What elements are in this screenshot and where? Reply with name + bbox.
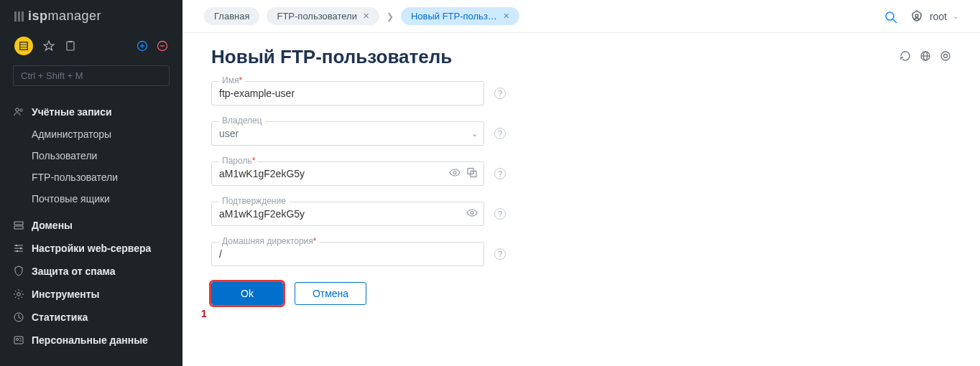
help-icon[interactable]: ? <box>494 128 506 139</box>
sidebar-section-accounts[interactable]: Учётные записи <box>0 100 182 123</box>
svg-marker-3 <box>44 41 54 50</box>
svg-point-12 <box>20 109 22 111</box>
user-name: root <box>930 11 947 22</box>
svg-rect-4 <box>67 42 74 50</box>
life-ring-icon[interactable] <box>940 50 951 64</box>
logo[interactable]: ispmanager <box>0 0 182 29</box>
svg-point-11 <box>16 108 19 112</box>
star-icon[interactable] <box>43 40 55 52</box>
close-icon[interactable]: ✕ <box>503 11 509 21</box>
minus-icon[interactable] <box>157 40 168 52</box>
chevron-down-icon[interactable]: ⌄ <box>471 129 478 139</box>
svg-point-35 <box>453 172 456 174</box>
password-input[interactable] <box>219 168 476 179</box>
sidebar-section-stats[interactable]: Статистика <box>0 306 182 329</box>
sidebar-item-users[interactable]: Пользователи <box>32 145 182 166</box>
svg-point-27 <box>886 12 894 20</box>
crumb-ftp-users[interactable]: FTP-пользователи✕ <box>267 7 379 25</box>
command-search[interactable]: Ctrl + Shift + M <box>13 65 170 86</box>
gear-icon <box>13 288 24 300</box>
name-input[interactable] <box>219 88 476 99</box>
svg-rect-13 <box>14 222 23 225</box>
notification-badge-icon[interactable] <box>14 37 33 55</box>
refresh-icon[interactable] <box>900 50 911 64</box>
confirm-input[interactable] <box>219 208 476 220</box>
field-password: Пароль* ? <box>211 161 484 186</box>
eye-icon[interactable] <box>466 207 478 221</box>
ok-button[interactable]: Ok <box>211 282 283 305</box>
sidebar-section-spam[interactable]: Защита от спама <box>0 260 182 283</box>
sidebar-section-personal[interactable]: Персональные данные <box>0 329 182 352</box>
svg-point-19 <box>20 248 22 250</box>
help-icon[interactable]: ? <box>494 248 506 260</box>
logo-text-2: manager <box>48 9 102 23</box>
ftp-user-form: Имя* ? Владелец ⌄ ? Пароль* <box>211 81 484 305</box>
sidebar-toolbar <box>0 29 182 60</box>
sidebar-item-ftp-users[interactable]: FTP-пользователи <box>32 166 182 188</box>
svg-line-28 <box>893 19 897 23</box>
svg-rect-14 <box>14 226 23 229</box>
svg-point-29 <box>915 14 918 17</box>
field-owner: Владелец ⌄ ? <box>211 121 484 146</box>
sidebar-item-mailboxes[interactable]: Почтовые ящики <box>32 188 182 210</box>
sidebar-section-webserver[interactable]: Настройки web-сервера <box>0 237 182 260</box>
server-icon <box>13 220 24 231</box>
breadcrumbs: Главная FTP-пользователи✕ ❯ Новый FTP-по… <box>182 0 980 33</box>
user-menu[interactable]: root ⌄ <box>910 9 958 24</box>
chevron-down-icon: ⌄ <box>953 12 958 20</box>
clipboard-icon[interactable] <box>65 40 76 52</box>
step-callout: 1 <box>201 308 207 319</box>
svg-point-20 <box>17 250 19 253</box>
svg-rect-0 <box>20 42 28 50</box>
field-name: Имя* ? <box>211 81 484 105</box>
field-confirm: Подтверждение ? <box>211 202 484 226</box>
field-homedir: Домашняя директория* ? <box>211 242 484 266</box>
owner-select[interactable] <box>219 128 476 139</box>
svg-point-38 <box>471 212 473 215</box>
eye-icon[interactable] <box>449 167 461 181</box>
chevron-right-icon: ❯ <box>387 11 394 22</box>
sidebar: ispmanager Ctrl + Shift + M <box>0 0 182 366</box>
help-icon[interactable]: ? <box>494 208 506 220</box>
users-icon <box>13 106 24 118</box>
id-icon <box>13 334 24 346</box>
main: Главная FTP-пользователи✕ ❯ Новый FTP-по… <box>182 0 980 366</box>
clock-icon <box>13 311 24 323</box>
svg-rect-5 <box>69 41 73 42</box>
crumb-home[interactable]: Главная <box>204 7 259 25</box>
homedir-input[interactable] <box>219 248 476 260</box>
page-title: Новый FTP-пользователь <box>211 46 452 68</box>
logo-bars-icon <box>14 11 24 22</box>
plus-icon[interactable] <box>137 40 148 52</box>
logo-text-1: isp <box>28 9 48 23</box>
globe-icon[interactable] <box>920 50 931 64</box>
sidebar-section-domains[interactable]: Домены <box>0 214 182 237</box>
cancel-button[interactable]: Отмена <box>295 282 366 305</box>
svg-point-33 <box>941 52 950 60</box>
crumb-new-ftp-user[interactable]: Новый FTP-польз…✕ <box>401 7 519 25</box>
svg-point-21 <box>17 293 21 296</box>
svg-point-24 <box>17 339 19 341</box>
generate-icon[interactable] <box>466 167 478 181</box>
close-icon[interactable]: ✕ <box>363 11 369 21</box>
svg-rect-23 <box>14 337 23 344</box>
svg-point-34 <box>944 55 948 58</box>
help-icon[interactable]: ? <box>494 168 506 179</box>
help-icon[interactable]: ? <box>494 88 506 99</box>
shield-icon <box>13 266 24 277</box>
sidebar-item-admins[interactable]: Администраторы <box>32 123 182 145</box>
svg-point-18 <box>16 245 18 247</box>
sidebar-section-tools[interactable]: Инструменты <box>0 283 182 306</box>
sliders-icon <box>13 243 24 254</box>
search-icon[interactable] <box>884 10 897 23</box>
